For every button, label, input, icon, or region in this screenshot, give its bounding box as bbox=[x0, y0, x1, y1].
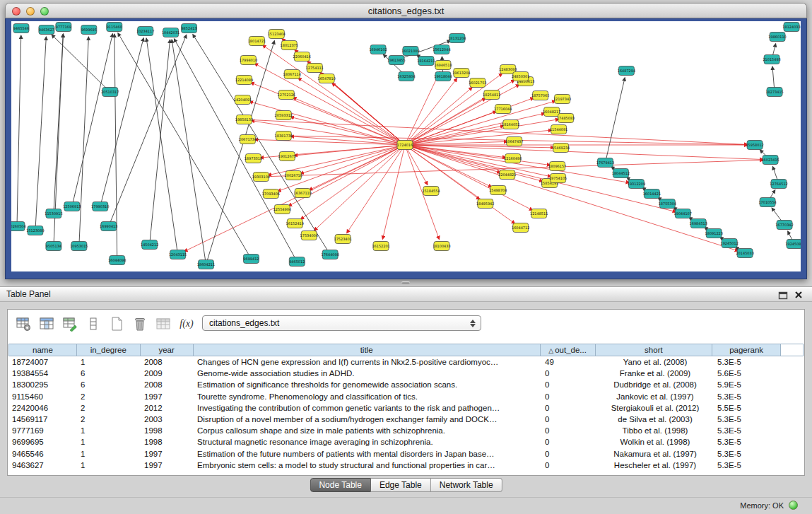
table-cell[interactable]: 1997 bbox=[141, 460, 194, 471]
network-edge[interactable] bbox=[332, 83, 405, 145]
network-table-select[interactable]: citations_edges.txt bbox=[202, 315, 481, 331]
table-cell[interactable]: 2012 bbox=[141, 402, 194, 414]
table-cell[interactable]: 0 bbox=[541, 460, 596, 471]
network-node[interactable]: 19754105 bbox=[549, 174, 567, 183]
table-cell[interactable]: 2008 bbox=[141, 356, 194, 368]
network-edge[interactable] bbox=[249, 102, 405, 145]
network-node[interactable]: 9465012 bbox=[289, 257, 305, 267]
table-cell[interactable]: 5.6E-5 bbox=[714, 368, 782, 379]
network-node[interactable]: 14204091 bbox=[234, 95, 252, 105]
network-node[interactable]: 12160498 bbox=[504, 154, 522, 163]
table-cell[interactable]: 5.3E-5 bbox=[714, 391, 782, 402]
network-node[interactable]: 16547810 bbox=[318, 74, 336, 83]
network-edge[interactable] bbox=[405, 145, 543, 181]
table-cell[interactable]: Dudbridge et al. (2008) bbox=[596, 379, 714, 390]
table-cell[interactable]: Estimation of significance thresholds fo… bbox=[194, 379, 541, 390]
network-node[interactable]: 9115460 bbox=[107, 23, 122, 32]
network-node[interactable]: 19012675 bbox=[278, 152, 296, 161]
table-cell[interactable]: 9115460 bbox=[8, 391, 77, 402]
network-node[interactable]: 21015493 bbox=[763, 55, 780, 64]
table-cell[interactable]: Disruption of a novel member of a sodium… bbox=[194, 414, 541, 425]
network-edge[interactable] bbox=[405, 85, 519, 145]
network-node[interactable]: 18131204 bbox=[448, 34, 466, 43]
network-node[interactable]: 15958012 bbox=[746, 141, 763, 150]
column-header-pagerank[interactable]: pagerank bbox=[712, 344, 781, 356]
network-node[interactable]: 17010554 bbox=[758, 198, 776, 207]
network-node[interactable]: 16770342 bbox=[775, 221, 793, 230]
panel-splitter[interactable] bbox=[0, 279, 812, 286]
table-cell[interactable]: 1 bbox=[77, 448, 141, 460]
close-button[interactable] bbox=[12, 7, 20, 16]
network-edge[interactable] bbox=[405, 145, 739, 251]
network-node[interactable]: 18381738 bbox=[275, 132, 293, 141]
network-node[interactable]: 17994010 bbox=[240, 56, 257, 65]
network-node[interactable]: 15498704 bbox=[489, 186, 507, 195]
network-node[interactable]: 12506913 bbox=[63, 202, 81, 211]
network-node[interactable]: 16946518 bbox=[434, 61, 452, 70]
network-edge[interactable] bbox=[405, 119, 559, 145]
column-header-in_degree[interactable]: in_degree bbox=[77, 344, 141, 356]
table-cell[interactable]: 1997 bbox=[141, 448, 194, 460]
network-node[interactable]: 19613455 bbox=[387, 56, 405, 65]
network-node[interactable]: 19860110 bbox=[768, 33, 786, 42]
table-cell[interactable]: 0 bbox=[541, 402, 596, 414]
network-node[interactable]: 18973318 bbox=[245, 154, 262, 163]
table-cell[interactable]: 6 bbox=[77, 368, 141, 379]
network-node[interactable]: 17990310 bbox=[91, 202, 109, 211]
network-canvas[interactable]: 1724016180147211799401012214089142040911… bbox=[11, 21, 801, 271]
import-table-icon[interactable] bbox=[155, 315, 172, 332]
network-edge[interactable] bbox=[405, 145, 676, 212]
tab-node-table[interactable]: Node Table bbox=[310, 478, 371, 492]
table-cell[interactable]: Corpus callosum shape and size in male p… bbox=[194, 425, 541, 436]
function-builder-icon[interactable]: f(x) bbox=[178, 315, 195, 332]
table-row[interactable]: 911546021997Tourette syndrome. Phenomeno… bbox=[8, 391, 804, 402]
network-node[interactable]: 16946102 bbox=[369, 45, 387, 54]
network-window-titlebar[interactable]: citations_edges.txt bbox=[5, 3, 807, 18]
network-node[interactable]: 19858133 bbox=[235, 115, 253, 124]
network-node[interactable]: 18495942 bbox=[476, 199, 494, 209]
network-node[interactable]: 16152201 bbox=[372, 242, 389, 251]
network-edge[interactable] bbox=[118, 33, 252, 259]
column-header-out_de[interactable]: △out_de... bbox=[541, 344, 596, 356]
table-cell[interactable]: Nakamura et al. (1997) bbox=[596, 448, 714, 460]
table-cell[interactable]: 2009 bbox=[141, 368, 194, 379]
network-node[interactable]: 16014421 bbox=[643, 189, 661, 199]
network-node[interactable]: 16990413 bbox=[100, 222, 117, 231]
network-edge[interactable] bbox=[298, 78, 405, 145]
network-node[interactable]: 18164052 bbox=[502, 120, 519, 129]
table-cell[interactable]: 5.3E-5 bbox=[714, 356, 782, 368]
network-edge[interactable] bbox=[17, 35, 21, 226]
network-node[interactable]: 12554904 bbox=[273, 205, 291, 214]
table-cell[interactable]: 0 bbox=[541, 425, 596, 436]
table-cell[interactable]: Hescheler et al. (1997) bbox=[596, 460, 714, 471]
network-node[interactable]: 9777169 bbox=[56, 23, 71, 32]
network-node[interactable]: 24850301 bbox=[512, 72, 529, 81]
network-node[interactable]: 9699412 bbox=[243, 255, 259, 264]
network-node[interactable]: 10647437 bbox=[505, 137, 523, 146]
table-cell[interactable]: 9465546 bbox=[8, 448, 77, 460]
table-cell[interactable]: 18300295 bbox=[8, 379, 77, 390]
table-cell[interactable]: Structural magnetic resonance image aver… bbox=[194, 436, 541, 448]
splitter-grip-icon[interactable] bbox=[401, 281, 410, 284]
network-edge[interactable] bbox=[605, 78, 625, 163]
table-cell[interactable]: 5.3E-5 bbox=[714, 414, 782, 425]
network-node[interactable]: 18757065 bbox=[531, 91, 549, 100]
network-node[interactable]: 20671734 bbox=[239, 135, 257, 144]
network-node[interactable]: 9463627 bbox=[39, 25, 54, 35]
network-node[interactable]: 12214089 bbox=[235, 76, 253, 85]
table-cell[interactable]: Yano et al. (2008) bbox=[596, 356, 714, 368]
table-cell[interactable]: 1 bbox=[77, 425, 141, 436]
table-cell[interactable]: 0 bbox=[541, 436, 596, 448]
network-edge[interactable] bbox=[314, 145, 405, 230]
network-node[interactable]: 10234117 bbox=[136, 27, 154, 36]
network-node[interactable]: 18273415 bbox=[765, 88, 783, 97]
table-cell[interactable]: 49 bbox=[541, 356, 596, 368]
table-row[interactable]: 946554611997Estimation of the future num… bbox=[8, 448, 804, 460]
network-node[interactable]: 15123089 bbox=[26, 226, 44, 235]
table-row[interactable]: 1456911722003Disruption of a novel membe… bbox=[8, 414, 804, 425]
network-edge[interactable] bbox=[172, 40, 206, 264]
table-cell[interactable]: Genome-wide association studies in ADHD. bbox=[194, 368, 541, 379]
table-row[interactable]: 969969511998Structural magnetic resonanc… bbox=[8, 436, 804, 448]
table-cell[interactable]: 1 bbox=[77, 356, 141, 368]
column-header-name[interactable]: name bbox=[8, 344, 77, 356]
